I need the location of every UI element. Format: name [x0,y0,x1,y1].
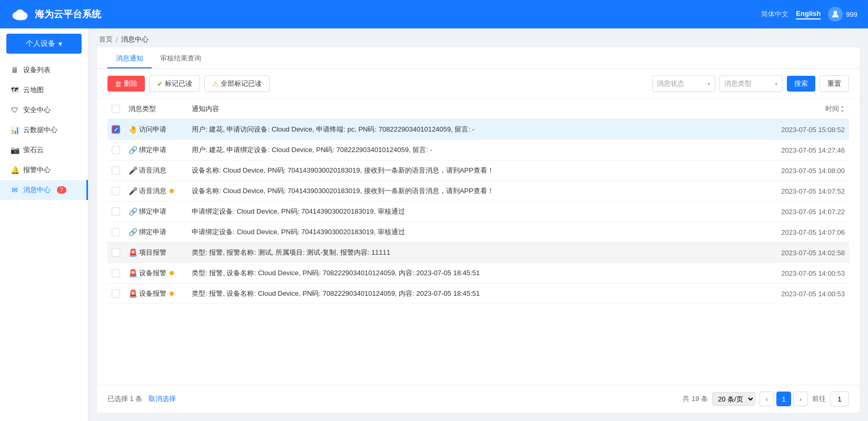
row-checkbox[interactable] [112,166,120,175]
selected-info: 已选择 1 条 [107,394,142,404]
col-time[interactable]: 时间 ▲▼ [754,99,849,119]
row-checkbox[interactable] [112,146,120,154]
goto-label: 前往 [812,394,826,404]
main-content: 首页 / 消息中心 消息通知 审核结果查询 🗑 删除 [88,28,868,421]
mark-read-button[interactable]: ✔ 标记已读 [149,75,200,92]
tab-audit[interactable]: 审核结果查询 [152,47,210,68]
table-row: 🤚访问申请用户: 建花, 申请访问设备: Cloud Device, 申请终端:… [107,119,849,140]
row-type-cell: 🚨设备报警 [124,263,188,284]
row-content-cell: 用户: 建花, 申请访问设备: Cloud Device, 申请终端: pc, … [188,119,754,140]
sidebar-label-security: 安全中心 [23,105,51,115]
page-1-btn[interactable]: 1 [776,392,791,406]
row-type-cell: 🤚访问申请 [124,119,188,140]
cancel-select-link[interactable]: 取消选择 [149,394,176,404]
row-content-cell: 用户: 建花, 申请绑定设备: Cloud Device, PN码: 70822… [188,140,754,161]
sidebar-item-coral-cloud[interactable]: 📷 萤石云 [0,140,88,160]
pagination: ‹ 1 › [760,392,808,406]
message-table: 消息类型 通知内容 时间 ▲▼ [97,99,860,385]
chevron-down-icon: ▾ [707,81,711,87]
footer-left: 已选择 1 条 取消选择 [107,394,176,404]
sidebar-label-alarm: 报警中心 [23,165,51,175]
trash-icon: 🗑 [115,80,122,88]
lang-en-btn[interactable]: English [796,9,821,19]
breadcrumb-current: 消息中心 [121,35,149,44]
row-time-cell: 2023-07-05 15:08:52 [754,119,849,140]
cloud-logo-icon [11,7,29,22]
row-time-cell: 2023-07-05 14:02:58 [754,243,849,263]
prev-page-btn[interactable]: ‹ [760,392,774,406]
delete-button[interactable]: 🗑 删除 [107,76,145,92]
table-row: 🚨设备报警类型: 报警, 设备名称: Cloud Device, PN码: 70… [107,263,849,284]
sidebar: 个人设备 ▾ 🖥 设备列表 🗺 云地图 🛡 安全中心 📊 云数据中心 📷 萤石云… [0,28,88,421]
sidebar-item-device-list[interactable]: 🖥 设备列表 [0,60,88,80]
row-checkbox-cell [107,140,124,161]
type-filter-select[interactable]: 消息类型 ▾ [719,75,783,92]
search-button[interactable]: 搜索 [787,76,815,92]
sidebar-item-cloud-data[interactable]: 📊 云数据中心 [0,120,88,140]
type-label: 访问申请 [139,125,166,134]
row-checkbox[interactable] [112,187,120,195]
tab-notification[interactable]: 消息通知 [107,47,152,68]
header-left: 海为云平台系统 [11,7,101,22]
mark-all-read-button[interactable]: ⚠ 全部标记已读 [204,75,270,92]
type-label: 语音消息 [139,166,166,175]
row-checkbox-cell [107,263,124,284]
sidebar-item-alarm[interactable]: 🔔 报警中心 [0,160,88,180]
table-row: 🔗绑定申请申请绑定设备: Cloud Device, PN码: 70414390… [107,222,849,243]
message-badge: 7 [57,186,66,194]
row-checkbox[interactable] [112,125,120,134]
row-content-cell: 申请绑定设备: Cloud Device, PN码: 7041439030020… [188,222,754,243]
row-checkbox[interactable] [112,248,120,257]
sidebar-item-security[interactable]: 🛡 安全中心 [0,100,88,120]
row-type-cell: 🎤语音消息 [124,181,188,202]
row-time-cell: 2023-07-05 14:27:46 [754,140,849,161]
row-checkbox-cell [107,222,124,243]
header-right: 简体中文 English 999 [761,7,857,22]
row-content-cell: 类型: 报警, 设备名称: Cloud Device, PN码: 7082229… [188,284,754,304]
footer-right: 共 19 条 20 条/页 10 条/页 50 条/页 ‹ 1 › 前往 [683,392,849,406]
status-filter-select[interactable]: 消息状态 ▾ [652,75,715,92]
col-checkbox [107,99,124,119]
type-icon: 🎤 [129,187,137,195]
reset-button[interactable]: 重置 [820,75,849,92]
time-sort[interactable]: 时间 ▲▼ [825,104,845,114]
chart-icon: 📊 [11,126,19,134]
page-goto-input[interactable] [830,392,849,406]
type-icon: 🤚 [129,125,137,134]
svg-point-3 [16,9,24,18]
table-header-row: 消息类型 通知内容 时间 ▲▼ [107,99,849,119]
sidebar-item-message[interactable]: ✉ 消息中心 7 [0,180,88,200]
type-icon: 🎤 [129,166,137,175]
page-size-select[interactable]: 20 条/页 10 条/页 50 条/页 [712,392,755,406]
breadcrumb-home[interactable]: 首页 [99,35,113,44]
sidebar-label-message: 消息中心 [23,185,51,195]
type-icon: 🚨 [129,248,137,257]
table-row: 🔗绑定申请用户: 建花, 申请绑定设备: Cloud Device, PN码: … [107,140,849,161]
shield-icon: 🛡 [11,106,19,114]
type-label: 绑定申请 [139,207,166,216]
tabs: 消息通知 审核结果查询 [97,47,860,69]
row-checkbox[interactable] [112,289,120,298]
row-type-cell: 🚨项目报警 [124,243,188,263]
type-label: 语音消息 [139,186,166,196]
personal-btn-label: 个人设备 [26,39,55,48]
type-label: 设备报警 [139,268,166,278]
select-all-checkbox[interactable] [112,105,120,113]
lang-cn-btn[interactable]: 简体中文 [761,9,788,19]
row-time-cell: 2023-07-05 14:07:52 [754,181,849,202]
row-type-cell: 🔗绑定申请 [124,222,188,243]
row-checkbox[interactable] [112,228,120,236]
type-icon: 🔗 [129,146,137,154]
next-page-btn[interactable]: › [793,392,808,406]
breadcrumb: 首页 / 消息中心 [88,28,868,47]
personal-device-button[interactable]: 个人设备 ▾ [6,34,82,54]
row-checkbox[interactable] [112,207,120,216]
sidebar-item-cloud-map[interactable]: 🗺 云地图 [0,80,88,100]
user-info[interactable]: 999 [828,7,857,22]
row-checkbox[interactable] [112,269,120,277]
user-avatar [828,7,843,22]
row-checkbox-cell [107,181,124,202]
toolbar-filters: 消息状态 ▾ 消息类型 ▾ 搜索 重置 [652,75,849,92]
row-content-cell: 申请绑定设备: Cloud Device, PN码: 7041439030020… [188,202,754,222]
svg-point-4 [834,11,837,15]
